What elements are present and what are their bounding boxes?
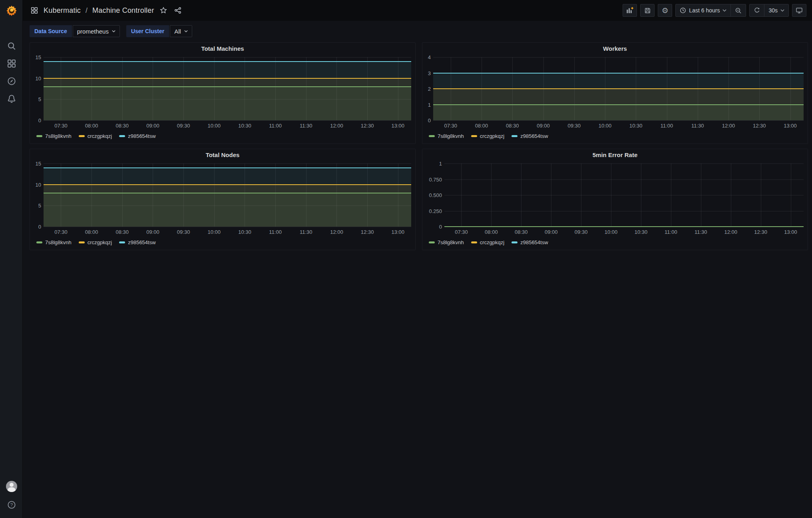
- legend-marker: [471, 241, 477, 243]
- legend-item-z985654tsw[interactable]: z985654tsw: [119, 239, 155, 245]
- x-axis: 07:3008:0008:3009:0009:3010:0010:3011:00…: [433, 123, 804, 129]
- variable-label: User Cluster: [126, 25, 169, 37]
- v-gridline: [641, 163, 641, 227]
- breadcrumb-dashboard[interactable]: Kubermatic: [44, 6, 81, 15]
- breadcrumb: Kubermatic / Machine Controller: [29, 5, 183, 16]
- legend-item-z985654tsw[interactable]: z985654tsw: [511, 239, 548, 245]
- x-axis: 07:3008:0008:3009:0009:3010:0010:3011:00…: [444, 229, 804, 235]
- x-tick-label: 13:00: [391, 229, 404, 235]
- v-gridline: [701, 163, 701, 227]
- legend-item-crczgpkqzj[interactable]: crczgpkqzj: [79, 239, 112, 245]
- x-tick-label: 09:00: [537, 123, 550, 129]
- h-gridline: [433, 57, 804, 58]
- gear-icon: ⚙: [662, 7, 669, 14]
- series-line-crczgpkqzj: [44, 184, 411, 185]
- save-dashboard-button[interactable]: [640, 4, 655, 17]
- legend: 7s8lg8kvnhcrczgpkqzjz985654tsw: [36, 239, 411, 246]
- y-axis: 051015: [34, 163, 44, 227]
- time-range-picker[interactable]: Last 6 hours: [676, 4, 730, 16]
- variables-bar: Data Source prometheus User Cluster All: [30, 25, 808, 37]
- panel-title[interactable]: Workers: [426, 45, 804, 52]
- sidebar-item-explore[interactable]: [4, 75, 19, 87]
- legend-marker: [119, 241, 125, 243]
- apps-grid-icon: [7, 59, 16, 68]
- x-tick-label: 10:00: [599, 123, 612, 129]
- panel-5min-error-rate: 5min Error Rate00.2500.5000.750107:3008:…: [422, 149, 808, 250]
- data-source-dropdown[interactable]: prometheus: [73, 25, 120, 37]
- grafana-logo[interactable]: [0, 0, 23, 22]
- legend-item-crczgpkqzj[interactable]: crczgpkqzj: [79, 133, 112, 139]
- series-line-7s8lg8kvnh: [433, 104, 804, 105]
- sidebar-item-search[interactable]: [4, 40, 19, 52]
- plot-area[interactable]: [44, 57, 411, 120]
- legend-item-7s8lg8kvnh[interactable]: 7s8lg8kvnh: [36, 133, 72, 139]
- plot-area[interactable]: [433, 57, 804, 120]
- v-gridline: [761, 163, 761, 227]
- dashboard-settings-button[interactable]: ⚙: [658, 4, 672, 17]
- avatar: [6, 481, 17, 492]
- y-tick-label: 0.750: [429, 176, 442, 182]
- legend-label: 7s8lg8kvnh: [438, 239, 464, 245]
- x-tick-label: 10:30: [238, 229, 251, 235]
- y-tick-label: 0.250: [429, 208, 442, 214]
- refresh-button[interactable]: [750, 4, 764, 16]
- legend-item-7s8lg8kvnh[interactable]: 7s8lg8kvnh: [429, 239, 464, 245]
- legend-item-crczgpkqzj[interactable]: crczgpkqzj: [471, 133, 504, 139]
- panel-title[interactable]: Total Nodes: [34, 151, 411, 159]
- star-dashboard-button[interactable]: [158, 5, 169, 16]
- variable-label: Data Source: [30, 25, 72, 37]
- chevron-down-icon: [722, 9, 726, 12]
- legend-item-z985654tsw[interactable]: z985654tsw: [119, 133, 155, 139]
- sidebar-item-dashboards[interactable]: [4, 58, 19, 70]
- x-tick-label: 12:00: [330, 123, 343, 129]
- chart-area: 051015: [34, 57, 411, 120]
- x-tick-label: 11:00: [269, 123, 282, 129]
- grafana-logo-icon: [6, 5, 18, 17]
- v-gridline: [611, 163, 611, 227]
- x-tick-label: 11:00: [269, 229, 282, 235]
- h-gridline: [44, 120, 411, 121]
- plot-area[interactable]: [444, 163, 804, 227]
- x-tick-label: 09:00: [146, 123, 159, 129]
- y-tick-label: 3: [428, 70, 431, 76]
- user-cluster-dropdown[interactable]: All: [170, 25, 192, 37]
- series-line-z985654tsw: [44, 61, 411, 62]
- panel-total-machines: Total Machines05101507:3008:0008:3009:00…: [30, 42, 416, 144]
- h-gridline: [433, 120, 804, 121]
- x-tick-label: 11:00: [661, 123, 673, 129]
- time-range-label: Last 6 hours: [689, 7, 720, 14]
- x-tick-label: 10:30: [238, 123, 251, 129]
- panel-title[interactable]: 5min Error Rate: [426, 151, 804, 159]
- x-tick-label: 08:30: [506, 123, 519, 129]
- legend-item-z985654tsw[interactable]: z985654tsw: [511, 133, 548, 139]
- chevron-down-icon: [780, 9, 784, 12]
- x-tick-label: 08:30: [115, 229, 129, 235]
- refresh-interval-picker[interactable]: 30s: [764, 4, 788, 16]
- series-fill-7s8lg8kvnh: [44, 193, 411, 227]
- legend-marker: [79, 135, 85, 137]
- help-icon: ?: [7, 500, 16, 509]
- sidebar-item-help[interactable]: ?: [4, 499, 19, 511]
- legend-item-7s8lg8kvnh[interactable]: 7s8lg8kvnh: [36, 239, 72, 245]
- x-axis: 07:3008:0008:3009:0009:3010:0010:3011:00…: [44, 123, 411, 129]
- x-tick-label: 09:30: [567, 123, 581, 129]
- add-panel-button[interactable]: [623, 4, 637, 17]
- sidebar-item-alerting[interactable]: [4, 93, 19, 105]
- legend-item-7s8lg8kvnh[interactable]: 7s8lg8kvnh: [429, 133, 464, 139]
- series-line-7s8lg8kvnh: [444, 226, 804, 227]
- legend-item-crczgpkqzj[interactable]: crczgpkqzj: [471, 239, 504, 245]
- zoom-out-time-button[interactable]: [730, 4, 746, 16]
- panel-title[interactable]: Total Machines: [34, 45, 411, 52]
- x-tick-label: 11:30: [695, 229, 707, 235]
- x-tick-label: 09:30: [575, 229, 588, 235]
- share-dashboard-button[interactable]: [173, 5, 183, 16]
- legend-marker: [511, 135, 517, 137]
- x-tick-label: 10:30: [635, 229, 648, 235]
- v-gridline: [551, 163, 551, 227]
- x-tick-label: 09:00: [545, 229, 558, 235]
- cycle-view-mode-button[interactable]: [792, 4, 806, 17]
- sidebar-item-profile[interactable]: [4, 480, 19, 492]
- panel-grid: Total Machines05101507:3008:0008:3009:00…: [30, 42, 808, 250]
- plot-area[interactable]: [44, 163, 411, 227]
- x-tick-label: 08:00: [85, 123, 98, 129]
